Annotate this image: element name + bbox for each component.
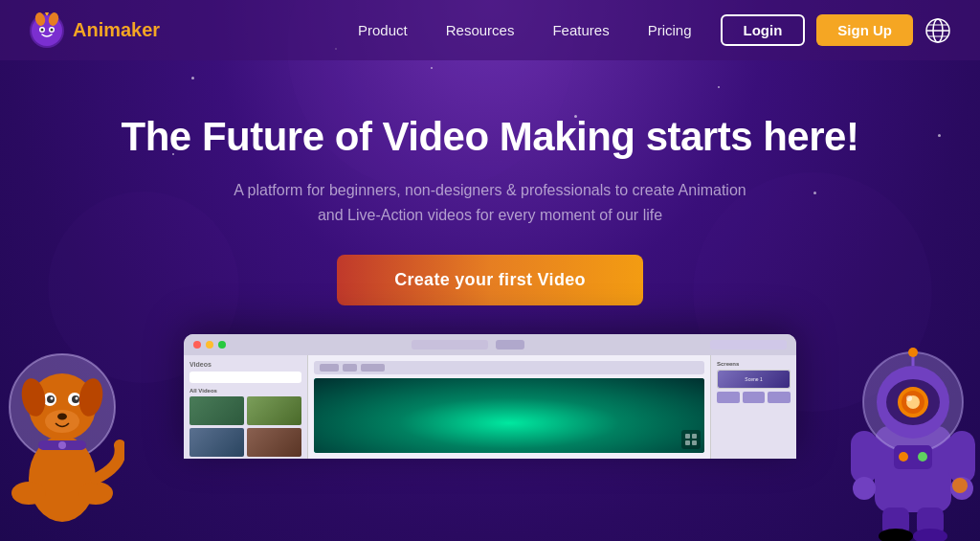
ss-thumb-1	[189, 396, 244, 425]
dot-green	[218, 341, 226, 349]
ss-sidebar-header: Videos	[189, 361, 301, 368]
ss-panel-title-screens: Screens	[717, 361, 791, 367]
panel-ctrl-1	[717, 392, 740, 403]
svg-point-32	[11, 482, 46, 505]
svg-point-56	[899, 452, 908, 462]
svg-point-33	[78, 482, 113, 505]
robot-character	[846, 330, 980, 541]
ss-thumb-3	[189, 428, 244, 457]
toolbar-item	[343, 364, 357, 372]
app-screenshot-container: Videos All Videos	[0, 334, 980, 459]
svg-rect-16	[692, 434, 697, 439]
hero-subtitle: A platform for beginners, non-designers …	[222, 178, 758, 227]
svg-point-5	[51, 28, 54, 31]
svg-point-35	[58, 441, 66, 449]
svg-rect-18	[692, 440, 697, 445]
svg-rect-47	[948, 431, 975, 484]
tab-active	[412, 340, 488, 349]
canvas-overlay-controls	[681, 430, 701, 449]
svg-rect-17	[685, 440, 690, 445]
ss-thumb-title: All Videos	[189, 388, 301, 394]
svg-point-28	[76, 397, 78, 400]
svg-point-45	[908, 348, 918, 357]
screenshot-header	[184, 334, 796, 355]
svg-point-43	[906, 395, 912, 401]
logo-text: Animaker	[73, 19, 160, 41]
screenshot-body: Videos All Videos	[184, 355, 796, 459]
globe-icon[interactable]	[924, 17, 951, 44]
navbar: Animaker Product Resources Features Pric…	[0, 0, 980, 60]
ss-search	[189, 372, 301, 383]
signup-button[interactable]: Sign Up	[816, 14, 913, 46]
canvas-bg	[314, 378, 704, 453]
svg-rect-46	[851, 431, 878, 484]
logo-icon	[29, 12, 65, 49]
app-screenshot: Videos All Videos	[184, 334, 796, 459]
nav-actions: Login Sign Up	[721, 14, 952, 46]
toolbar-item	[320, 364, 339, 372]
nav-links: Product Resources Features Pricing	[358, 22, 691, 38]
hero-title: The Future of Video Making starts here!	[122, 113, 859, 161]
svg-point-4	[41, 28, 44, 31]
upload-button	[710, 340, 787, 349]
ss-main	[308, 355, 710, 459]
dog-character	[0, 330, 124, 541]
nav-resources[interactable]: Resources	[446, 22, 515, 38]
canvas-control-icon	[684, 433, 698, 446]
ss-toolbar	[314, 361, 704, 374]
svg-point-27	[51, 397, 54, 400]
ss-thumbs	[189, 396, 301, 457]
dot-yellow	[206, 341, 213, 349]
svg-point-57	[918, 452, 927, 462]
svg-point-29	[57, 414, 67, 420]
ss-thumb-4	[247, 428, 301, 457]
nav-product[interactable]: Product	[358, 22, 408, 38]
tab-inactive	[496, 340, 524, 349]
ss-panel-item-1: Scene 1	[717, 370, 791, 389]
ss-thumb-2	[247, 396, 301, 425]
ss-canvas	[314, 378, 704, 453]
toolbar-item	[361, 364, 385, 372]
dot-red	[193, 341, 201, 349]
login-button[interactable]: Login	[721, 14, 806, 46]
svg-point-48	[853, 477, 876, 500]
ss-sidebar: Videos All Videos	[184, 355, 308, 459]
cta-button[interactable]: Create your first Video	[337, 255, 643, 305]
ss-right-panel: Screens Scene 1	[710, 355, 796, 459]
panel-ctrl-2	[743, 392, 766, 403]
logo[interactable]: Animaker	[29, 12, 160, 49]
svg-rect-15	[685, 434, 690, 439]
nav-pricing[interactable]: Pricing	[648, 22, 692, 38]
nav-features[interactable]: Features	[552, 22, 609, 38]
hero-section: The Future of Video Making starts here! …	[0, 60, 980, 305]
svg-point-50	[952, 478, 968, 493]
panel-ctrl-3	[768, 392, 791, 403]
ss-panel-controls	[717, 392, 791, 403]
